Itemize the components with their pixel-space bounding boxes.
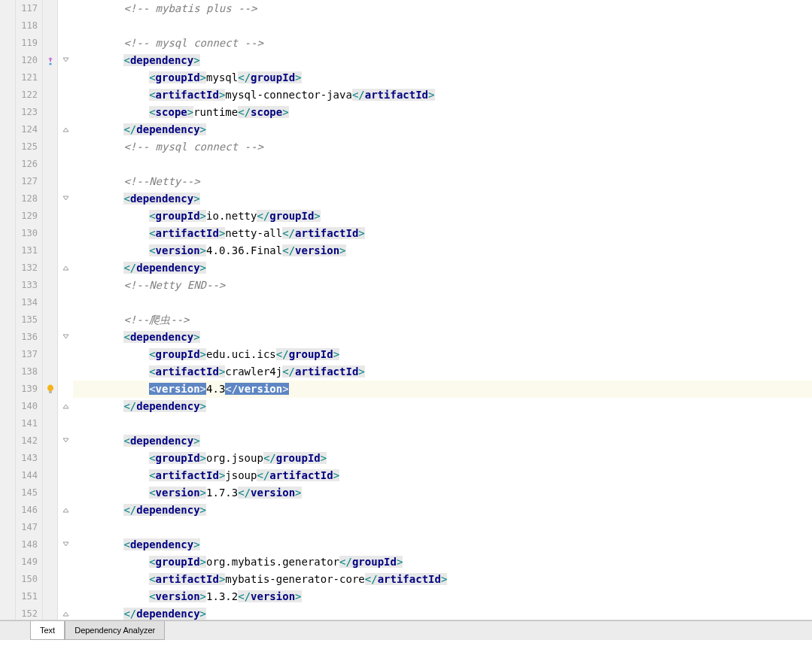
- tag: artifactId: [365, 89, 428, 101]
- line-number: 126: [16, 156, 42, 173]
- line-number: 152: [16, 605, 42, 623]
- text: org.mybatis.generator: [206, 556, 339, 568]
- xml-comment: <!--Netty END-->: [123, 279, 225, 291]
- fold-start-icon[interactable]: [62, 437, 70, 445]
- text: io.netty: [206, 210, 257, 222]
- fold-end-icon[interactable]: [62, 610, 70, 618]
- tag: dependency: [130, 54, 193, 66]
- line-number: 146: [16, 502, 42, 519]
- tag: artifactId: [156, 89, 219, 101]
- line-number: 140: [16, 398, 42, 415]
- line-number: 150: [16, 571, 42, 588]
- editor-bottom-tabs: Text Dependency Analyzer: [0, 620, 812, 640]
- code-editor: 117 118 119 120 121 122 123 124 125 126 …: [0, 0, 812, 620]
- tag: version: [156, 244, 200, 256]
- fold-start-icon[interactable]: [62, 195, 70, 203]
- tag: groupId: [352, 556, 397, 568]
- tag: artifactId: [156, 227, 219, 239]
- tag: artifactId: [156, 469, 219, 481]
- tag: version: [251, 487, 295, 499]
- fold-start-icon[interactable]: [62, 56, 70, 65]
- line-number: 120: [16, 52, 42, 69]
- xml-comment: <!--Netty-->: [123, 175, 199, 187]
- tab-dependency-analyzer[interactable]: Dependency Analyzer: [65, 621, 165, 640]
- tag: dependency: [136, 504, 199, 516]
- tag: artifactId: [156, 365, 219, 378]
- text: netty-all: [225, 227, 282, 239]
- text: 1.3.2: [206, 590, 238, 602]
- tab-text[interactable]: Text: [30, 621, 65, 640]
- svg-point-0: [49, 62, 51, 65]
- svg-rect-2: [49, 391, 52, 393]
- xml-comment: <!-- mybatis plus -->: [123, 2, 257, 14]
- tag: artifactId: [295, 365, 358, 378]
- xml-comment: <!-- mysql connect -->: [123, 141, 263, 153]
- fold-start-icon[interactable]: [62, 333, 70, 341]
- line-number: 118: [16, 17, 42, 35]
- implemented-icon[interactable]: [46, 56, 55, 65]
- line-number: 143: [16, 450, 42, 467]
- tag: groupId: [156, 348, 200, 360]
- text: crawler4j: [225, 365, 282, 378]
- line-number: 130: [16, 225, 42, 242]
- current-line: <version>4.3</version>: [73, 381, 812, 398]
- line-number: 123: [16, 104, 42, 121]
- xml-comment: <!--爬虫-->: [123, 314, 189, 326]
- selection: </version>: [225, 383, 288, 395]
- line-number: 144: [16, 467, 42, 484]
- tag: groupId: [156, 452, 200, 464]
- tag: dependency: [130, 435, 193, 447]
- line-number: 139: [16, 381, 42, 398]
- text: mysql: [206, 71, 238, 83]
- tag: version: [156, 487, 200, 499]
- line-number: 121: [16, 69, 42, 86]
- tag: dependency: [136, 400, 199, 412]
- tag: groupId: [156, 210, 200, 222]
- fold-end-icon[interactable]: [62, 126, 70, 134]
- tag: scope: [156, 106, 187, 118]
- tag: dependency: [136, 262, 199, 274]
- tag: dependency: [136, 608, 199, 620]
- tag: groupId: [276, 452, 321, 464]
- line-number: 122: [16, 86, 42, 104]
- intention-bulb-icon[interactable]: [46, 384, 55, 395]
- line-number: 135: [16, 311, 42, 329]
- line-number: 129: [16, 208, 42, 225]
- line-number: 151: [16, 588, 42, 605]
- text: 1.7.3: [206, 487, 238, 499]
- line-number: 148: [16, 536, 42, 553]
- tag: version: [156, 590, 200, 602]
- tag: artifactId: [295, 227, 358, 239]
- tag: dependency: [130, 331, 193, 343]
- tag: dependency: [130, 193, 193, 205]
- line-number: 132: [16, 259, 42, 277]
- line-number: 138: [16, 363, 42, 381]
- fold-end-icon[interactable]: [62, 506, 70, 514]
- fold-start-icon[interactable]: [62, 541, 70, 549]
- line-number: 136: [16, 329, 42, 346]
- line-number: 142: [16, 432, 42, 450]
- line-number: 124: [16, 121, 42, 138]
- tag: scope: [251, 106, 282, 118]
- tag: dependency: [136, 123, 199, 135]
- text: edu.uci.ics: [206, 348, 276, 360]
- line-number: 119: [16, 35, 42, 52]
- line-number: 117: [16, 0, 42, 17]
- tag: groupId: [289, 348, 333, 360]
- text: org.jsoup: [206, 452, 263, 464]
- fold-end-icon[interactable]: [62, 402, 70, 411]
- text: jsoup: [225, 469, 257, 481]
- xml-comment: <!-- mysql connect -->: [123, 37, 263, 49]
- line-number: 137: [16, 346, 42, 363]
- tag: artifactId: [156, 573, 219, 585]
- line-number: 131: [16, 242, 42, 259]
- code-content[interactable]: <!-- mybatis plus --> <!-- mysql connect…: [73, 0, 812, 620]
- text: 4.0.36.Final: [206, 244, 282, 256]
- line-number: 125: [16, 138, 42, 156]
- line-number-gutter: 117 118 119 120 121 122 123 124 125 126 …: [16, 0, 43, 620]
- tag: groupId: [156, 71, 200, 83]
- tag: version: [251, 590, 295, 602]
- fold-end-icon[interactable]: [62, 264, 70, 272]
- svg-point-1: [47, 384, 53, 391]
- line-number: 141: [16, 415, 42, 432]
